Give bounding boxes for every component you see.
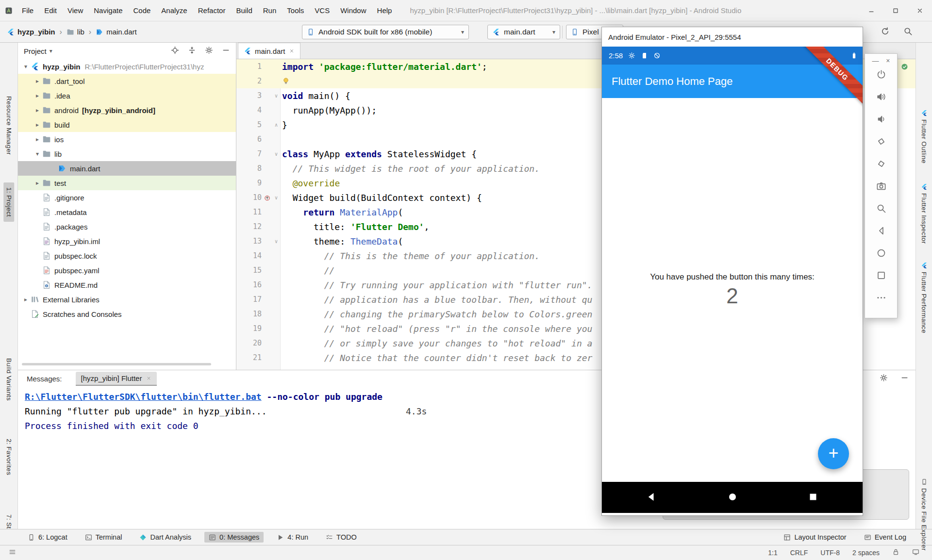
gutter[interactable]: 3∨	[236, 91, 280, 100]
lock-button[interactable]	[892, 548, 899, 557]
menu-edit[interactable]: Edit	[39, 0, 62, 21]
tool-button-todo[interactable]: TODO	[321, 532, 361, 543]
increment-fab[interactable]: +	[818, 438, 849, 469]
tree-row-hyzp-yibin-iml[interactable]: hyzp_yibin.iml	[18, 234, 236, 248]
home-button[interactable]	[875, 247, 887, 258]
fold-marker[interactable]: ∨	[272, 151, 280, 157]
tool-button-6-logcat[interactable]: 6: Logcat	[23, 532, 72, 543]
fold-marker[interactable]: ∨	[272, 93, 280, 99]
camera-button[interactable]	[875, 181, 887, 191]
zoom-button[interactable]	[875, 203, 887, 214]
emulator-minimize-button[interactable]: —	[872, 57, 879, 65]
minimize-panel-button[interactable]	[900, 374, 909, 383]
tool-tab-device-file-explorer[interactable]: Device File Explorer	[919, 474, 930, 556]
tree-row-build[interactable]: ▸build	[18, 117, 236, 132]
status-widget-crlf[interactable]: CRLF	[790, 549, 808, 557]
tree-row-android[interactable]: ▸android[hyzp_yibin_android]	[18, 103, 236, 117]
fold-marker[interactable]: ∧	[272, 122, 280, 128]
expander-icon[interactable]: ▾	[33, 150, 42, 157]
fold-marker[interactable]: ∨	[272, 195, 280, 201]
menu-build[interactable]: Build	[231, 0, 257, 21]
volume-down-button[interactable]	[875, 114, 887, 124]
tree-row-hyzp-yibin[interactable]: ▾hyzp_yibinR:\FlutterProject\FlutterProj…	[18, 59, 236, 74]
gutter[interactable]: 9	[236, 179, 280, 187]
tool-tab-flutter-performance[interactable]: Flutter Performance	[919, 257, 930, 338]
gutter[interactable]: 2	[236, 77, 280, 85]
breadcrumb-item-lib[interactable]: lib	[67, 28, 84, 36]
gutter[interactable]: 1	[236, 62, 280, 71]
back-button[interactable]	[875, 225, 887, 236]
gutter[interactable]: 19	[236, 324, 280, 333]
back-nav-button[interactable]	[647, 492, 656, 503]
expander-icon[interactable]: ▸	[33, 92, 42, 99]
menu-vcs[interactable]: VCS	[309, 0, 335, 21]
sync-button[interactable]	[881, 27, 890, 37]
gutter[interactable]: 18	[236, 310, 280, 318]
tool-button-4-run[interactable]: 4: Run	[272, 532, 313, 543]
tool-button-terminal[interactable]: Terminal	[81, 532, 127, 543]
breadcrumb-item-hyzp-yibin[interactable]: hyzp_yibin	[7, 28, 55, 36]
emulator-title-bar[interactable]: Android Emulator - Pixel_2_API_29:5554	[602, 27, 863, 47]
settings-gear-button[interactable]	[205, 46, 213, 56]
device-selector-dropdown[interactable]: Android SDK built for x86 (mobile) ▾	[302, 25, 469, 39]
rotate-right-button[interactable]	[875, 158, 887, 169]
expander-icon[interactable]: ▸	[33, 121, 42, 128]
expander-icon[interactable]: ▸	[33, 107, 42, 114]
minimize-window-button[interactable]	[859, 0, 883, 21]
search-button[interactable]	[903, 27, 913, 37]
tree-row-pubspec-yaml[interactable]: pubspec.yaml	[18, 263, 236, 278]
expander-icon[interactable]: ▸	[21, 296, 31, 303]
gutter[interactable]: 4	[236, 106, 280, 115]
menu-tools[interactable]: Tools	[282, 0, 309, 21]
hide-panel-button[interactable]	[222, 46, 230, 56]
inspections-ok-icon[interactable]	[901, 63, 908, 70]
override-marker[interactable]	[262, 194, 272, 201]
collapse-all-button[interactable]	[188, 46, 196, 56]
tree-row-main-dart[interactable]: main.dart	[18, 161, 236, 176]
editor-tab-main-dart[interactable]: main.dart	[238, 43, 300, 59]
more-button[interactable]	[875, 292, 887, 303]
emulator-screen[interactable]: 2:58 Flutter Demo Home Page You have pus…	[602, 47, 863, 513]
fold-marker[interactable]: ∨	[272, 238, 280, 245]
tree-row-external-libraries[interactable]: ▸External Libraries	[18, 292, 236, 307]
tool-tab-2-favorites[interactable]: 2: Favorites	[3, 434, 14, 480]
status-menu-button[interactable]	[9, 548, 16, 557]
tab-close-icon[interactable]	[289, 48, 295, 54]
gutter[interactable]: 21	[236, 353, 280, 362]
gutter[interactable]: 8	[236, 164, 280, 173]
tool-button-event-log[interactable]: Event Log	[860, 532, 911, 543]
gutter[interactable]: 16	[236, 280, 280, 289]
tree-row-readme-md[interactable]: README.md	[18, 278, 236, 292]
gutter[interactable]: 11	[236, 208, 280, 216]
app-body[interactable]: You have pushed the button this many tim…	[602, 98, 863, 482]
tree-row-gitignore[interactable]: .gitignore	[18, 190, 236, 205]
home-nav-button[interactable]	[728, 492, 737, 503]
tree-row-lib[interactable]: ▾lib	[18, 147, 236, 161]
volume-up-button[interactable]	[875, 91, 887, 102]
expander-icon[interactable]: ▸	[33, 78, 42, 84]
tab-close-icon[interactable]	[146, 376, 151, 381]
menu-refactor[interactable]: Refactor	[193, 0, 231, 21]
emulator-close-button[interactable]: ×	[886, 57, 890, 65]
close-window-button[interactable]	[908, 0, 932, 21]
expander-icon[interactable]: ▾	[21, 63, 31, 70]
tool-button-0-messages[interactable]: 0: Messages	[204, 532, 264, 543]
tool-button-layout-inspector[interactable]: Layout Inspector	[779, 532, 850, 543]
breadcrumb-item-main-dart[interactable]: main.dart	[96, 28, 137, 36]
menu-code[interactable]: Code	[128, 0, 156, 21]
maximize-window-button[interactable]	[883, 0, 908, 21]
gutter[interactable]: 7∨	[236, 149, 280, 158]
status-widget-2-spaces[interactable]: 2 spaces	[852, 549, 880, 557]
menu-run[interactable]: Run	[258, 0, 282, 21]
menu-file[interactable]: File	[17, 0, 39, 21]
menu-navigate[interactable]: Navigate	[88, 0, 128, 21]
tool-tab-flutter-outline[interactable]: Flutter Outline	[919, 105, 930, 168]
tree-row-dart-tool[interactable]: ▸.dart_tool	[18, 74, 236, 88]
tree-row-metadata[interactable]: .metadata	[18, 205, 236, 219]
gutter[interactable]: 15	[236, 266, 280, 275]
horizontal-scrollbar[interactable]	[22, 363, 211, 365]
settings-gear-button[interactable]	[880, 374, 888, 383]
messages-tab-flutter[interactable]: [hyzp_yibin] Flutter	[76, 372, 157, 386]
tool-button-dart-analysis[interactable]: Dart Analysis	[135, 532, 196, 543]
gutter[interactable]: 5∧	[236, 120, 280, 129]
